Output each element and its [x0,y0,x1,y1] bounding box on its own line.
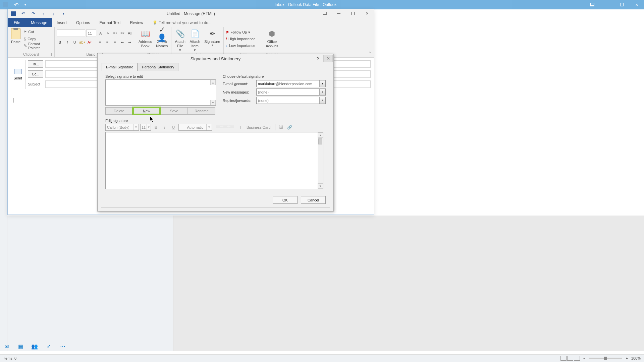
bullet-list-button[interactable]: ≡ [112,30,118,37]
decrease-indent-button[interactable]: ⇤ [119,39,125,46]
maximize-button[interactable] [614,0,629,9]
sig-underline-button[interactable]: U [170,124,177,131]
save-icon[interactable] [11,11,16,16]
ok-button[interactable]: OK [273,196,298,204]
shrink-font-icon[interactable]: A [105,30,111,37]
zoom-in[interactable]: + [626,356,628,360]
tab-insert[interactable]: Insert [52,18,71,27]
collapse-ribbon-icon[interactable]: ⌃ [367,50,373,56]
grow-font-icon[interactable]: A [97,30,104,37]
signature-editor[interactable]: ▲ ▼ [105,132,323,189]
highlight-button[interactable]: ab [79,39,85,46]
delete-button[interactable]: Delete [105,107,133,115]
calendar-nav-icon[interactable]: ▦ [17,343,24,350]
sig-align-center-button[interactable] [222,125,228,130]
mail-nav-icon[interactable]: ✉ [3,343,10,350]
close-button[interactable] [360,9,374,18]
font-size-combo[interactable]: 11 [86,29,97,37]
align-left-button[interactable]: ≡ [97,39,103,46]
save-button[interactable]: Save [160,107,188,115]
cut-button[interactable]: ✂Cut [24,28,52,35]
font-family-combo[interactable] [57,29,85,37]
separator [214,124,214,130]
check-names-button[interactable]: ✓👤CheckNames [155,28,169,48]
ribbon-display-icon[interactable] [585,0,600,9]
attach-file-button[interactable]: 📎AttachFile ▾ [173,28,187,52]
next-icon[interactable]: ↓ [51,11,56,16]
qat-customize-icon[interactable]: ▾ [61,11,66,16]
sig-align-left-button[interactable] [216,125,222,130]
paperclip-icon: 📎 [175,28,185,39]
increase-indent-button[interactable]: ⇥ [126,39,133,46]
tab-format-text[interactable]: Format Text [95,18,125,27]
send-button[interactable]: Send [10,60,26,89]
format-painter-button[interactable]: ✎Format Painter [24,43,52,49]
tab-file[interactable]: File [8,18,26,27]
copy-button[interactable]: ⎘Copy [24,36,52,42]
sig-picture-button[interactable]: 🖼 [277,124,285,131]
tab-options[interactable]: Options [71,18,95,27]
clear-format-button[interactable]: A⃠ [126,30,133,37]
sig-business-card-button[interactable]: Business Card [238,124,273,131]
underline-button[interactable]: U [71,39,78,46]
low-importance-button[interactable]: ↓Low Importance [226,43,260,49]
minimize-button[interactable] [332,9,346,18]
sig-align-right-button[interactable] [228,125,234,130]
sig-hyperlink-button[interactable]: 🔗 [286,124,293,131]
align-right-button[interactable]: ≡ [112,39,118,46]
align-center-button[interactable]: ≡ [104,39,110,46]
scroll-up-icon[interactable]: ▲ [210,80,216,85]
new-messages-combo[interactable]: (none)▼ [256,88,326,96]
dialog-launcher-icon[interactable] [48,53,52,56]
prev-icon[interactable]: ↑ [41,11,46,16]
close-button[interactable] [629,0,644,9]
bold-button[interactable]: B [57,39,63,46]
minimize-button[interactable] [600,0,614,9]
tab-email-signature[interactable]: E-mail Signature [102,63,138,71]
address-book-button[interactable]: 📖AddressBook [137,28,153,48]
zoom-slider[interactable] [589,358,622,359]
rename-button[interactable]: Rename [188,107,215,115]
people-nav-icon[interactable]: 👥 [31,343,38,350]
follow-up-button[interactable]: ⚑Follow Up ▾ [226,29,260,35]
scrollbar-thumb[interactable] [318,138,322,144]
sig-font-combo[interactable]: Calibri (Body)▼ [105,124,139,131]
undo-icon[interactable]: ↶ [20,11,26,16]
view-buttons[interactable] [560,356,580,361]
dialog-close-button[interactable]: ✕ [323,55,333,62]
new-button[interactable]: New [133,107,160,115]
tasks-nav-icon[interactable]: ✓ [45,343,52,350]
scroll-down-icon[interactable]: ▼ [318,183,323,189]
zoom-out[interactable]: − [583,356,585,360]
undo-icon[interactable]: ↶ [14,2,18,8]
paste-button[interactable]: Paste [10,28,22,44]
cancel-button[interactable]: Cancel [301,196,326,204]
attach-item-button[interactable]: 📄AttachItem ▾ [188,28,202,52]
sig-size-combo[interactable]: 11▼ [140,124,151,131]
cc-button[interactable]: Cc... [28,70,43,78]
email-account-combo[interactable]: marklabarr@blenderpassion.com▼ [256,80,326,87]
ribbon-display-icon[interactable] [318,9,332,18]
font-color-button[interactable]: A [87,39,93,46]
office-addins-button[interactable]: ⬢OfficeAdd-ins [264,28,279,48]
signature-button[interactable]: ✒Signature▾ [203,28,221,47]
high-importance-button[interactable]: !High Importance [226,36,260,42]
tab-message[interactable]: Message [26,18,52,27]
to-button[interactable]: To... [28,60,43,68]
signature-icon: ✒ [207,28,218,39]
number-list-button[interactable]: ≡ [119,30,126,37]
scroll-up-icon[interactable]: ▲ [318,132,323,138]
more-nav-icon[interactable]: ⋯ [59,343,66,350]
scroll-down-icon[interactable]: ▼ [210,100,216,105]
redo-icon[interactable]: ↷ [31,11,36,16]
sig-color-combo[interactable]: Automatic▼ [178,124,212,131]
help-button[interactable]: ? [313,55,322,62]
tab-personal-stationery[interactable]: Personal Stationery [138,63,178,71]
sig-italic-button[interactable]: I [161,124,168,131]
replies-forwards-combo[interactable]: (none)▼ [256,97,326,104]
signature-list[interactable]: ▲ ▼ [105,79,216,106]
sig-bold-button[interactable]: B [152,124,160,131]
maximize-button[interactable] [346,9,360,18]
tab-review[interactable]: Review [125,18,148,27]
italic-button[interactable]: I [64,39,70,46]
